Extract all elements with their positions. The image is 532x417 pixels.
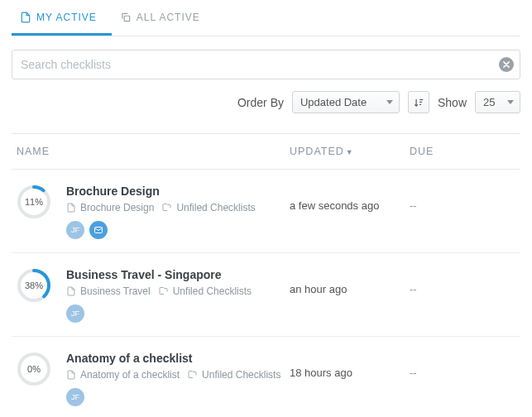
search-row <box>12 50 520 79</box>
folder-icon <box>159 286 169 296</box>
column-name[interactable]: NAME <box>17 146 290 157</box>
sort-direction-button[interactable] <box>408 91 429 113</box>
updated-value: a few seconds ago <box>290 185 410 212</box>
clear-search-button[interactable] <box>499 57 514 72</box>
folder-meta[interactable]: Unfiled Checklists <box>188 369 280 381</box>
orderby-label: Order By <box>237 96 284 109</box>
table-row[interactable]: 38% Business Travel - Singapore Business… <box>12 253 520 337</box>
checklist-title[interactable]: Business Travel - Singapore <box>66 268 290 281</box>
controls: Order By Updated Date Show 25 <box>12 91 520 113</box>
avatar-badge[interactable]: JF <box>66 221 84 239</box>
sort-indicator-icon: ▼ <box>346 148 354 156</box>
tab-my-active[interactable]: MY ACTIVE <box>12 0 112 36</box>
progress-text: 38% <box>17 268 51 303</box>
folder-icon <box>188 370 198 380</box>
folder-meta[interactable]: Unfiled Checklists <box>159 285 252 297</box>
close-icon <box>502 60 510 69</box>
avatar-badge[interactable]: JF <box>66 304 84 323</box>
template-icon <box>66 370 76 380</box>
orderby-select[interactable]: Updated Date <box>292 91 400 113</box>
table-row[interactable]: 11% Brochure Design Brochure Design Unfi… <box>12 170 520 253</box>
search-input[interactable] <box>12 50 520 79</box>
orderby-value: Updated Date <box>300 96 367 108</box>
checklist-table: NAME UPDATED▼ DUE 11% Brochure Design Br… <box>12 133 520 417</box>
template-meta[interactable]: Anatomy of a checklist <box>66 369 180 381</box>
tab-all-active-label: ALL ACTIVE <box>137 12 200 23</box>
caret-down-icon <box>507 100 514 104</box>
caret-down-icon <box>386 100 393 104</box>
tab-all-active[interactable]: ALL ACTIVE <box>112 0 215 36</box>
show-label: Show <box>438 96 467 109</box>
table-row[interactable]: 0% Anatomy of a checklist Anatomy of a c… <box>12 337 520 417</box>
svg-rect-0 <box>124 16 129 21</box>
due-value: -- <box>410 185 515 212</box>
updated-value: an hour ago <box>290 268 410 295</box>
checklist-title[interactable]: Brochure Design <box>66 185 290 198</box>
table-header: NAME UPDATED▼ DUE <box>12 134 520 170</box>
tabs: MY ACTIVE ALL ACTIVE <box>12 0 520 36</box>
tab-my-active-label: MY ACTIVE <box>36 12 97 23</box>
mail-icon <box>93 225 103 235</box>
mail-badge[interactable] <box>89 221 108 239</box>
column-due[interactable]: DUE <box>410 146 515 157</box>
progress-text: 11% <box>17 185 51 219</box>
template-icon <box>66 203 76 213</box>
template-meta[interactable]: Business Travel <box>66 285 151 297</box>
progress-ring: 0% <box>17 352 51 386</box>
updated-value: 18 hours ago <box>290 352 410 379</box>
folder-meta[interactable]: Unfiled Checklists <box>162 202 255 213</box>
show-value: 25 <box>483 96 495 108</box>
checklist-title[interactable]: Anatomy of a checklist <box>66 352 290 365</box>
copy-icon <box>120 12 132 23</box>
document-icon <box>20 12 31 23</box>
sort-desc-icon <box>413 97 424 108</box>
avatar-badge[interactable]: JF <box>66 388 84 406</box>
due-value: -- <box>410 268 515 295</box>
progress-text: 0% <box>17 352 51 386</box>
column-updated[interactable]: UPDATED▼ <box>290 146 410 157</box>
template-meta[interactable]: Brochure Design <box>66 202 154 213</box>
progress-ring: 11% <box>17 185 51 219</box>
template-icon <box>66 286 76 296</box>
due-value: -- <box>410 352 515 379</box>
progress-ring: 38% <box>17 268 51 303</box>
folder-icon <box>162 203 172 213</box>
show-select[interactable]: 25 <box>475 91 520 113</box>
